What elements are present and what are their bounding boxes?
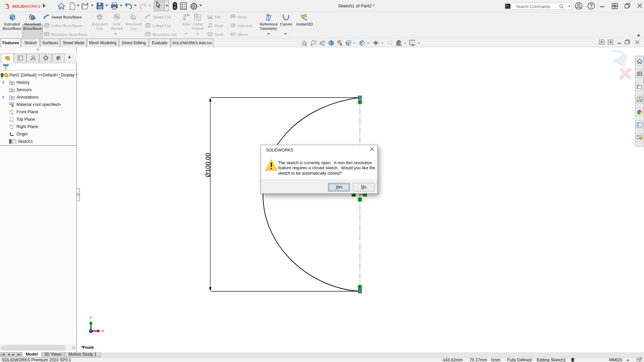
svg-text:Ø100.00: Ø100.00 xyxy=(204,153,211,177)
svg-text:X: X xyxy=(102,329,104,334)
svg-text:Y: Y xyxy=(90,316,92,320)
